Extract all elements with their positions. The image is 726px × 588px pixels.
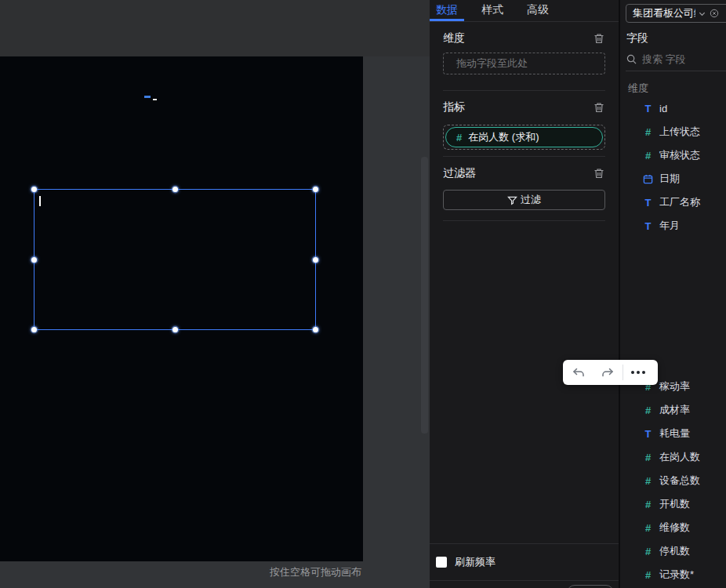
field-item[interactable]: Tid: [620, 96, 726, 120]
partial-bottom-button[interactable]: [567, 585, 614, 588]
text-field-icon: T: [642, 220, 654, 232]
more-button[interactable]: [623, 360, 653, 385]
number-field-icon: #: [642, 405, 654, 416]
number-field-icon: #: [642, 126, 654, 138]
field-item[interactable]: #开机数: [620, 492, 726, 516]
field-label: 工厂名称: [659, 195, 700, 209]
dataset-select[interactable]: 集团看板公司维度: [626, 4, 726, 23]
number-field-icon: #: [642, 546, 654, 557]
field-item[interactable]: T工厂名称: [620, 191, 726, 214]
field-label: 上传状态: [659, 125, 700, 139]
refresh-checkbox[interactable]: [436, 557, 447, 568]
number-field-icon: #: [456, 132, 462, 143]
field-label: 日期: [659, 172, 680, 186]
dimension-section: 维度 拖动字段至此处: [443, 31, 605, 91]
field-label: 年月: [659, 219, 680, 233]
field-item[interactable]: #审核状态: [620, 143, 726, 167]
panel-divider: [430, 543, 619, 544]
refresh-row: 刷新频率: [436, 555, 495, 569]
filter-section: 过滤器 过滤: [443, 165, 605, 221]
canvas-top-margin: [0, 0, 430, 56]
field-label: 设备总数: [659, 474, 700, 488]
undo-button[interactable]: [563, 360, 593, 385]
refresh-label: 刷新频率: [455, 555, 495, 569]
field-label: 审核状态: [659, 148, 700, 162]
resize-handle-top-left[interactable]: [31, 187, 37, 192]
field-item[interactable]: #上传状态: [620, 120, 726, 143]
field-item[interactable]: #成材率: [620, 398, 726, 422]
field-label: 停机数: [659, 544, 690, 558]
field-item[interactable]: T耗电量: [620, 422, 726, 445]
resize-handle-bottom-right[interactable]: [313, 327, 318, 332]
fields-title: 字段: [626, 31, 648, 45]
dimension-group-label: 维度: [628, 82, 648, 96]
tab-高级[interactable]: 高级: [521, 0, 555, 21]
measure-field-list: #稼动率#成材率T耗电量#在岗人数#设备总数#开机数#维修数#停机数#记录数*: [620, 375, 726, 586]
clear-icon[interactable]: [708, 7, 721, 20]
metric-label: 指标: [443, 100, 465, 114]
text-field-icon: T: [642, 428, 654, 440]
metric-field-pill[interactable]: # 在岗人数 (求和): [445, 127, 603, 147]
field-label: 成材率: [659, 403, 690, 417]
dimension-label: 维度: [443, 31, 465, 45]
tab-数据[interactable]: 数据: [430, 0, 464, 21]
field-item[interactable]: #停机数: [620, 539, 726, 563]
trash-icon[interactable]: [593, 101, 605, 114]
number-field-icon: #: [642, 499, 654, 510]
resize-handle-top-right[interactable]: [313, 187, 318, 192]
undo-icon: [572, 366, 585, 379]
field-label: 在岗人数: [659, 450, 700, 464]
search-icon: [626, 54, 637, 64]
text-cursor: [39, 196, 41, 206]
more-icon: [631, 371, 645, 374]
canvas-hint: 按住空格可拖动画布: [0, 563, 361, 582]
metric-section: 指标 # 在岗人数 (求和): [443, 100, 605, 157]
field-item[interactable]: #维修数: [620, 516, 726, 539]
resize-handle-mid-left[interactable]: [31, 257, 37, 263]
field-item[interactable]: #设备总数: [620, 469, 726, 492]
text-field-icon: T: [642, 197, 654, 209]
redo-button[interactable]: [593, 360, 623, 385]
resize-handle-bottom-left[interactable]: [31, 327, 37, 332]
resize-handle-mid-right[interactable]: [313, 257, 318, 263]
dimension-dropzone[interactable]: 拖动字段至此处: [443, 53, 605, 74]
calendar-icon: [642, 174, 654, 184]
search-input[interactable]: [642, 53, 721, 65]
field-search[interactable]: [626, 50, 721, 67]
field-label: id: [659, 103, 667, 114]
field-item[interactable]: T年月: [620, 214, 726, 238]
number-field-icon: #: [642, 522, 654, 534]
mini-widget-blue[interactable]: [144, 96, 151, 98]
field-label: 记录数*: [659, 568, 694, 582]
panel-divider: [430, 580, 619, 581]
dimension-field-list: Tid#上传状态#审核状态日期T工厂名称T年月: [620, 96, 726, 238]
number-field-icon: #: [642, 569, 654, 581]
field-item[interactable]: #在岗人数: [620, 445, 726, 469]
funnel-icon: [507, 195, 517, 205]
tab-样式[interactable]: 样式: [475, 0, 510, 21]
mini-widget-white[interactable]: [153, 99, 157, 100]
dashboard-canvas[interactable]: [0, 56, 363, 561]
trash-icon[interactable]: [593, 167, 605, 180]
resize-handle-bottom-mid[interactable]: [172, 327, 178, 332]
field-item[interactable]: #记录数*: [620, 563, 726, 586]
metric-dropzone[interactable]: # 在岗人数 (求和): [443, 125, 605, 150]
chart-config-panel: 数据样式高级 维度 拖动字段至此处 指标: [430, 0, 619, 588]
filter-button[interactable]: 过滤: [443, 190, 605, 210]
canvas-scrollbar[interactable]: [421, 157, 428, 434]
floating-toolbar: [563, 360, 658, 385]
redo-icon: [601, 366, 615, 379]
number-field-icon: #: [642, 150, 654, 162]
chevron-down-icon[interactable]: [695, 7, 708, 20]
field-label: 耗电量: [659, 426, 690, 441]
field-label: 维修数: [659, 521, 690, 535]
trash-icon[interactable]: [593, 32, 605, 45]
number-field-icon: #: [642, 475, 654, 487]
resize-handle-top-mid[interactable]: [172, 187, 178, 192]
number-field-icon: #: [642, 452, 654, 463]
canvas-region: 按住空格可拖动画布: [0, 0, 430, 588]
field-item[interactable]: 日期: [620, 167, 726, 191]
metric-field-label: 在岗人数 (求和): [468, 130, 539, 144]
config-tab-bar: 数据样式高级: [430, 0, 619, 22]
selected-element[interactable]: [34, 189, 316, 330]
